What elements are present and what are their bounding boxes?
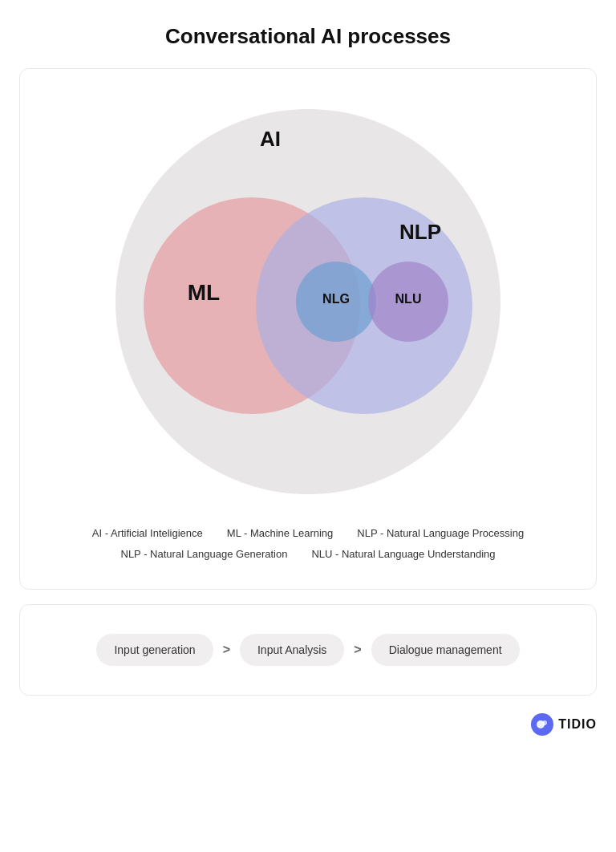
venn-diagram: AI ML NLP NLG NLU: [91, 93, 525, 510]
tidio-icon: [531, 713, 553, 736]
process-step-2: Input Analysis: [240, 634, 344, 666]
nlp-label: NLP: [399, 220, 441, 245]
process-step-3: Dialogue management: [371, 634, 520, 666]
svg-point-1: [542, 720, 547, 725]
tidio-brand-label: TIDIO: [558, 717, 597, 732]
diagram-card: AI ML NLP NLG NLU AI - Artificial Inteli…: [19, 68, 597, 590]
process-step-1: Input generation: [96, 634, 213, 666]
legend-item-3: NLP - Natural Language Processing: [357, 523, 524, 544]
process-arrow-2: >: [354, 643, 361, 657]
page-title: Conversational AI processes: [165, 24, 451, 49]
ml-label: ML: [188, 280, 220, 306]
process-arrow-1: >: [223, 643, 230, 657]
legend-item-1: AI - Artificial Inteligience: [92, 523, 203, 544]
legend-row-2: NLP - Natural Language Generation NLU - …: [35, 544, 581, 565]
footer: TIDIO: [19, 713, 597, 736]
legend-item-5: NLU - Natural Language Understanding: [311, 544, 495, 565]
legend-item-4: NLP - Natural Language Generation: [121, 544, 288, 565]
legend: AI - Artificial Inteligience ML - Machin…: [35, 523, 581, 565]
nlg-label: NLG: [322, 292, 350, 306]
ai-label: AI: [260, 127, 281, 152]
legend-row-1: AI - Artificial Inteligience ML - Machin…: [35, 523, 581, 544]
process-card: Input generation > Input Analysis > Dial…: [19, 604, 597, 696]
legend-item-2: ML - Machine Learning: [227, 523, 333, 544]
tidio-logo: TIDIO: [531, 713, 597, 736]
nlu-label: NLU: [395, 292, 422, 306]
